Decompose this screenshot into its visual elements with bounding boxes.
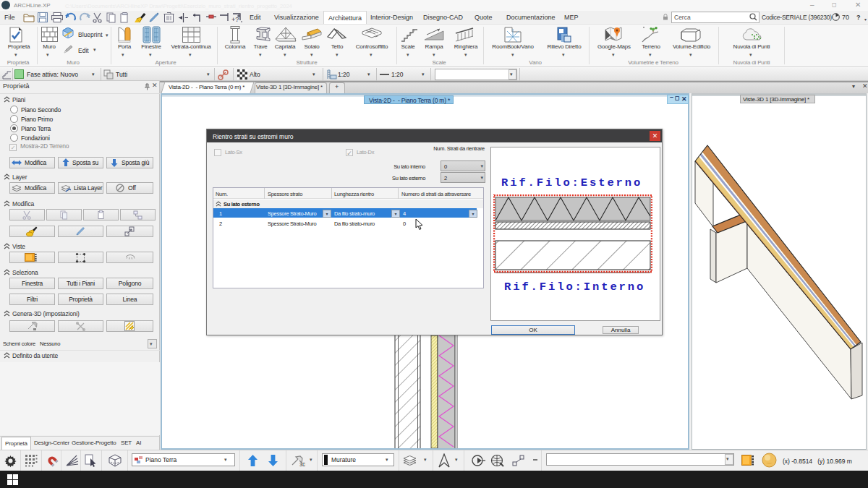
svg-text:3D: 3D <box>299 462 305 467</box>
svg-text:+?: +? <box>231 16 239 23</box>
